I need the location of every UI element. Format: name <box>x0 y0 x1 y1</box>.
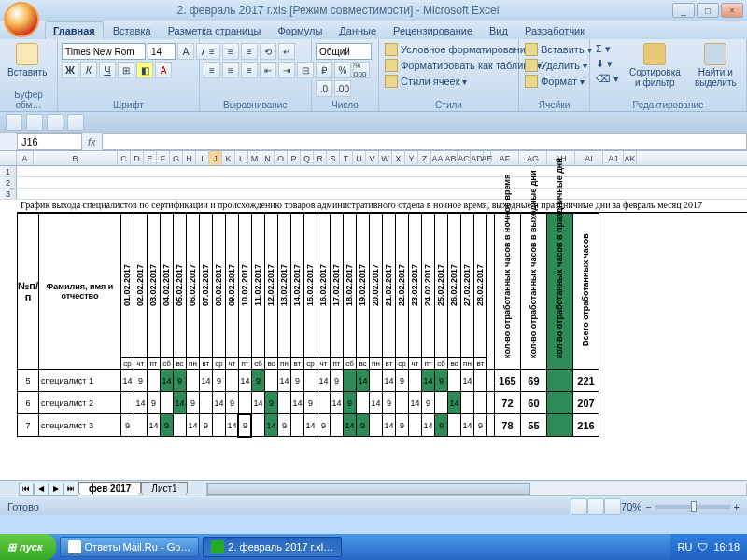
fill-button[interactable]: ⬇ ▾ <box>594 57 621 71</box>
lang-indicator[interactable]: RU <box>678 541 693 553</box>
align-mid-button[interactable]: ≡ <box>222 43 239 60</box>
delete-cells-button[interactable]: Удалить ▾ <box>523 58 594 73</box>
col-header[interactable]: K <box>222 151 235 165</box>
view-break[interactable] <box>604 498 621 515</box>
tab-layout[interactable]: Разметка страницы <box>161 22 269 39</box>
col-header[interactable]: B <box>34 151 118 165</box>
col-header[interactable]: AF <box>491 151 519 165</box>
col-header[interactable]: V <box>366 151 379 165</box>
col-header[interactable]: AE <box>484 151 491 165</box>
col-header[interactable]: S <box>327 151 340 165</box>
grow-font-button[interactable]: A <box>177 43 194 60</box>
insert-cells-button[interactable]: Вставить ▾ <box>523 42 594 57</box>
zoom-in[interactable]: + <box>734 501 740 512</box>
qat-redo[interactable] <box>47 114 63 131</box>
dec-decimal-button[interactable]: .00 <box>334 80 351 97</box>
tab-nav-last[interactable]: ⏭ <box>63 483 78 496</box>
tab-home[interactable]: Главная <box>45 21 104 39</box>
view-layout[interactable] <box>587 498 604 515</box>
font-name-combo[interactable]: Times New Rom <box>62 43 146 60</box>
orientation-button[interactable]: ⟲ <box>260 43 276 60</box>
taskbar-item-active[interactable]: 2. февраль 2017 г.xl… <box>203 537 342 557</box>
system-tray[interactable]: RU 🛡 16:18 <box>670 534 747 560</box>
col-header[interactable]: P <box>288 151 301 165</box>
percent-button[interactable]: % <box>334 62 351 78</box>
align-top-button[interactable]: ≡ <box>204 43 220 60</box>
col-header[interactable]: D <box>131 151 144 165</box>
office-button[interactable] <box>4 2 39 37</box>
col-header[interactable]: N <box>261 151 275 165</box>
minimize-button[interactable]: _ <box>672 3 695 18</box>
tab-nav-first[interactable]: ⏮ <box>19 483 34 496</box>
col-header[interactable]: M <box>248 151 261 165</box>
font-color-button[interactable]: A <box>155 62 172 78</box>
align-left-button[interactable]: ≡ <box>204 62 220 78</box>
col-header[interactable]: H <box>183 151 196 165</box>
maximize-button[interactable]: □ <box>697 3 719 18</box>
taskbar-item[interactable]: Ответы Mail.Ru - Go… <box>60 537 200 557</box>
sheet-tab-active[interactable]: фев 2017 <box>78 482 141 495</box>
start-button[interactable]: ⊞пуск <box>0 534 56 560</box>
autosum-button[interactable]: Σ ▾ <box>594 42 621 56</box>
tab-insert[interactable]: Вставка <box>106 22 159 39</box>
col-header[interactable]: T <box>340 151 353 165</box>
col-header[interactable]: AG <box>519 151 547 165</box>
border-button[interactable]: ⊞ <box>118 62 134 78</box>
col-header[interactable]: Y <box>405 151 418 165</box>
row-header[interactable]: 3 <box>0 189 17 199</box>
fill-color-button[interactable]: ◧ <box>136 62 153 78</box>
row-header[interactable]: 1 <box>0 166 17 176</box>
qat-print[interactable] <box>67 114 84 131</box>
zoom-slider[interactable] <box>655 505 730 509</box>
col-header[interactable]: AA <box>431 151 444 165</box>
worksheet[interactable]: ABCDEFGHIJKLMNOPQRSTUVWXYZAAABACADAEAFAG… <box>0 151 747 497</box>
fx-icon[interactable]: fx <box>82 136 102 147</box>
bold-button[interactable]: Ж <box>62 62 78 78</box>
close-button[interactable]: × <box>721 3 743 18</box>
col-header[interactable]: J <box>209 151 222 165</box>
col-header[interactable]: U <box>353 151 366 165</box>
underline-button[interactable]: Ч <box>99 62 116 78</box>
align-bot-button[interactable]: ≡ <box>241 43 258 60</box>
qat-undo[interactable] <box>26 114 43 131</box>
tab-developer[interactable]: Разработчик <box>517 22 592 39</box>
col-header[interactable]: O <box>275 151 288 165</box>
col-header[interactable]: AJ <box>603 151 624 165</box>
tab-nav-next[interactable]: ▶ <box>49 483 63 496</box>
col-header[interactable]: AB <box>444 151 458 165</box>
format-cells-button[interactable]: Формат ▾ <box>523 74 594 89</box>
find-select-button[interactable]: Найти и выделить <box>689 41 742 90</box>
view-normal[interactable] <box>571 498 587 515</box>
paste-button[interactable]: Вставить <box>4 41 50 79</box>
col-header[interactable]: AI <box>575 151 603 165</box>
font-size-combo[interactable]: 14 <box>148 43 176 60</box>
h-scrollbar[interactable] <box>206 483 747 496</box>
col-header[interactable]: W <box>379 151 392 165</box>
col-header[interactable]: Q <box>301 151 314 165</box>
col-header[interactable]: AC <box>458 151 471 165</box>
tab-review[interactable]: Рецензирование <box>386 22 480 39</box>
currency-button[interactable]: ₽ <box>316 62 332 78</box>
sort-filter-button[interactable]: Сортировка и фильтр <box>624 41 686 90</box>
qat-save[interactable] <box>6 114 22 131</box>
col-header[interactable]: AK <box>624 151 637 165</box>
formula-input[interactable] <box>102 133 747 150</box>
col-header[interactable]: R <box>314 151 327 165</box>
clear-button[interactable]: ⌫ ▾ <box>594 72 621 86</box>
sheet-tab[interactable]: Лист1 <box>141 482 187 495</box>
tab-data[interactable]: Данные <box>331 22 384 39</box>
name-box[interactable]: J16 <box>17 133 82 150</box>
col-header[interactable]: C <box>118 151 131 165</box>
tab-nav-prev[interactable]: ◀ <box>34 483 49 496</box>
col-header[interactable]: E <box>144 151 157 165</box>
zoom-out[interactable]: − <box>645 501 651 512</box>
select-all[interactable] <box>0 151 17 165</box>
col-header[interactable]: Z <box>418 151 431 165</box>
tab-view[interactable]: Вид <box>482 22 515 39</box>
row-header[interactable]: 2 <box>0 177 17 188</box>
align-right-button[interactable]: ≡ <box>241 62 258 78</box>
col-header[interactable]: G <box>170 151 183 165</box>
inc-decimal-button[interactable]: .0 <box>316 80 332 97</box>
col-header[interactable]: I <box>196 151 209 165</box>
col-header[interactable]: F <box>157 151 170 165</box>
